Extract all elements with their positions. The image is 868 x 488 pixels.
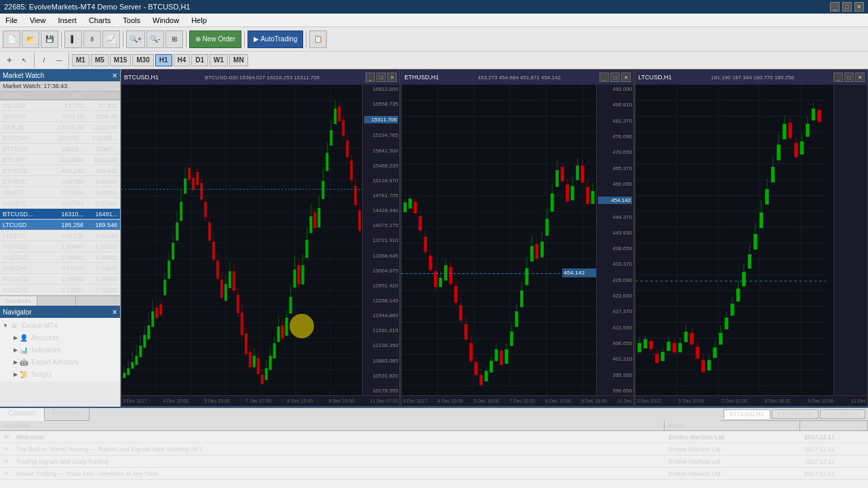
ltcusd-minimize-button[interactable]: _ <box>833 73 843 82</box>
market-watch-row[interactable]: OILUSD57.77257.832 <box>0 100 120 111</box>
navigator-item-indicators[interactable]: ▶ 📊 Indicators <box>0 344 120 356</box>
menu-window[interactable]: Window <box>150 16 182 24</box>
price-label: 449.370 <box>598 214 632 220</box>
mw-tab-tick-chart[interactable]: Tick Chart <box>37 296 77 306</box>
autotrading-button[interactable]: ▶ AutoTrading <box>248 30 303 48</box>
news-row[interactable]: ✉ Trading Signals and Copy Trading Evolv… <box>0 455 868 468</box>
navigator-item-accounts[interactable]: ▶ 👤 Accounts <box>0 331 120 344</box>
svg-rect-210 <box>490 361 493 373</box>
tf-m30-button[interactable]: M30 <box>132 54 153 66</box>
menu-help[interactable]: Help <box>189 16 210 24</box>
ethusd-minimize-button[interactable]: _ <box>599 73 609 82</box>
market-watch-close[interactable]: ✕ <box>112 72 117 79</box>
news-headline-cell: Trading Signals and Copy Trading <box>12 457 665 466</box>
chart-bar-button[interactable]: ▌ <box>64 30 82 48</box>
date-column-header <box>800 421 868 430</box>
open-button[interactable]: 📂 <box>22 30 39 48</box>
news-row[interactable]: ✉ Mobile Trading — Trade from Anywhere a… <box>0 468 868 480</box>
market-watch-row[interactable]: CADCHE0.730510.73059 <box>0 285 120 296</box>
btcusd-chart-body[interactable]: 16912.000 16558.735 15311.706 15194.765 … <box>121 85 399 395</box>
price-label: 10178.555 <box>364 388 398 394</box>
market-watch-row[interactable]: AUDCAD0.968310.96841 <box>0 252 120 263</box>
navigator-item-expert-advisors[interactable]: ▶ 🤖 Expert Advisors <box>0 356 120 368</box>
market-watch-row[interactable]: BTCCNH107874...109385... <box>0 133 120 144</box>
market-watch-row[interactable]: BTCUSD...16310...16491... <box>0 209 120 220</box>
market-watch-row[interactable]: OILBTC0.003340.00361 <box>0 187 120 198</box>
ethusd-close-button[interactable]: ✕ <box>621 73 631 82</box>
navigator-item-evolve-mt4[interactable]: ▼ 🖥 Evolve MT4 <box>0 319 120 331</box>
tf-m15-button[interactable]: M15 <box>110 54 131 66</box>
save-button[interactable]: 💾 <box>41 30 58 48</box>
news-row[interactable]: ✉ The Built-in Virtual Hosting — Robots … <box>0 443 868 455</box>
chart-candle-button[interactable]: 🕯 <box>83 30 101 48</box>
close-button[interactable]: ✕ <box>854 2 864 12</box>
tf-m5-button[interactable]: M5 <box>91 54 108 66</box>
line-button[interactable]: / <box>37 54 51 67</box>
btcusd-close-button[interactable]: ✕ <box>387 73 397 82</box>
mw-tab-symbols[interactable]: Symbols <box>0 296 37 306</box>
envelope-icon: ✉ <box>1 445 11 454</box>
market-watch-row[interactable]: ETHBTC0.027860.02968 <box>0 176 120 187</box>
navigator-item-scripts[interactable]: ▶ 📜 Scripts <box>0 368 120 380</box>
price-label: 11944.880 <box>364 312 398 319</box>
market-watch-row[interactable]: XAUBTC0.075440.07641 <box>0 198 120 209</box>
price-label: 16558.735 <box>364 101 398 107</box>
btcusd-maximize-button[interactable]: □ <box>376 73 386 82</box>
chart-tab-ltcusd[interactable]: LTCUSD,H1 <box>820 409 865 419</box>
toolbar-separator-3 <box>186 31 186 47</box>
market-watch-row[interactable]: BTCEUR13833...13987... <box>0 144 120 155</box>
tf-w1-button[interactable]: W1 <box>210 54 228 66</box>
tab-favorites[interactable]: Favorites <box>45 408 90 420</box>
maximize-button[interactable]: □ <box>842 2 852 12</box>
templates-button[interactable]: 📋 <box>309 30 327 48</box>
menu-tools[interactable]: Tools <box>120 16 143 24</box>
zoom-out-button[interactable]: 🔍- <box>146 30 164 48</box>
tf-m1-button[interactable]: M1 <box>72 54 90 66</box>
tf-h1-button[interactable]: H1 <box>155 54 172 66</box>
tf-h4-button[interactable]: H4 <box>174 54 191 66</box>
btcusd-chart-controls: _ □ ✕ <box>366 73 397 82</box>
menu-charts[interactable]: Charts <box>86 16 113 24</box>
menu-insert[interactable]: Insert <box>55 16 79 24</box>
news-from-cell: Evolve Markets Ltd <box>665 469 800 479</box>
news-date-cell: 2017.12.11 <box>800 445 868 454</box>
svg-rect-321 <box>760 213 763 228</box>
menu-file[interactable]: File <box>3 16 20 24</box>
tf-d1-button[interactable]: D1 <box>191 54 208 66</box>
arrow-button[interactable]: ↖ <box>18 54 31 67</box>
market-watch-row[interactable]: GER.3013140.4813142.40 <box>0 122 120 133</box>
navigator-close[interactable]: ✕ <box>112 308 117 316</box>
market-watch-row[interactable]: LTCBTC0.011360.01149 <box>0 230 120 241</box>
tf-mn-button[interactable]: MN <box>229 54 248 66</box>
svg-rect-122 <box>314 213 316 228</box>
market-watch-row[interactable]: AUDCHF0.746120.74622 <box>0 263 120 274</box>
zoom-in-button[interactable]: 🔍+ <box>126 30 145 48</box>
ltcusd-maximize-button[interactable]: □ <box>844 73 854 82</box>
ask-price: 13987... <box>86 146 120 152</box>
ethusd-maximize-button[interactable]: □ <box>610 73 620 82</box>
market-watch-row[interactable]: BTCJPY18396041880268 <box>0 155 120 165</box>
new-chart-button[interactable]: 📄 <box>3 30 20 48</box>
market-watch-row[interactable]: ETHUSD454.142489.048 <box>0 165 120 176</box>
news-row[interactable]: ✉ Welcome! Evolve Markets Ltd 2017.12.11 <box>0 431 868 443</box>
market-watch-row[interactable]: LTCUSD185.256189.546 <box>0 220 120 230</box>
minimize-button[interactable]: _ <box>830 2 840 12</box>
grid-button[interactable]: ⊞ <box>165 30 183 48</box>
svg-rect-132 <box>334 109 336 124</box>
btcusd-minimize-button[interactable]: _ <box>366 73 375 82</box>
symbol-name: SPX500 <box>0 113 49 120</box>
chart-tab-btcusd[interactable]: BTCUSD,H1 <box>724 409 770 419</box>
tab-common[interactable]: Common <box>0 408 45 421</box>
chart-tab-ethusd[interactable]: ETHUSD,H1 <box>772 409 818 419</box>
new-order-button[interactable]: ⊕ New Order <box>189 30 241 48</box>
market-watch-row[interactable]: AUDNZD1.089221.08932 <box>0 274 120 285</box>
crosshair-button[interactable]: ✛ <box>3 54 16 67</box>
chart-line-button[interactable]: 📈 <box>102 30 120 48</box>
ltcusd-chart-body[interactable] <box>635 85 867 395</box>
menu-view[interactable]: View <box>27 16 49 24</box>
ethusd-chart-body[interactable]: 454.142 492.090 486.810 481.370 476.090 … <box>401 85 633 395</box>
market-watch-row[interactable]: GBPNZD1.930471.93083 <box>0 241 120 252</box>
market-watch-row[interactable]: SPX5002657.102658.40 <box>0 111 120 122</box>
ltcusd-close-button[interactable]: ✕ <box>855 73 865 82</box>
hline-button[interactable]: — <box>52 54 66 67</box>
